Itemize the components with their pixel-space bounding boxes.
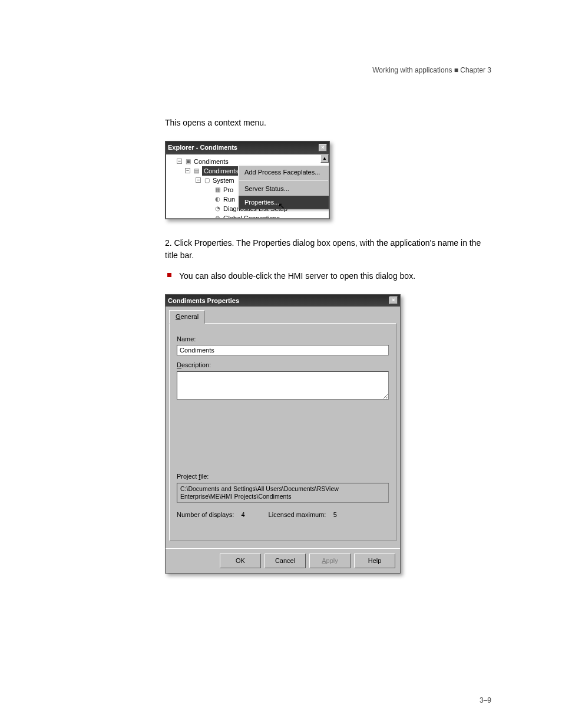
tab-general[interactable]: General xyxy=(169,310,205,324)
description-input[interactable] xyxy=(177,371,389,400)
settings-icon: ▦ xyxy=(213,186,222,193)
run-icon: ◐ xyxy=(213,196,222,203)
menu-item-properties[interactable]: Properties... xyxy=(239,196,329,209)
dialog-button-row: OK Cancel Apply Help xyxy=(166,548,400,573)
tab-label-rest: eneral xyxy=(181,313,199,320)
lead-in-text: This opens a context menu. xyxy=(165,117,491,129)
context-menu: Add Process Faceplates... Server Status.… xyxy=(238,165,329,210)
licensed-stat: Licensed maximum: 5 xyxy=(269,510,337,520)
licensed-value: 5 xyxy=(333,511,337,518)
name-input[interactable] xyxy=(177,345,389,355)
help-button[interactable]: Help xyxy=(354,554,395,568)
tab-strip: General xyxy=(169,310,396,324)
page-header: Working with applications ■ Chapter 3 xyxy=(71,65,491,75)
clock-icon: ◔ xyxy=(213,205,222,212)
description-label: Description: xyxy=(177,360,389,370)
expander-icon[interactable]: − xyxy=(177,159,182,164)
tree-item[interactable]: ◍ Global Connections xyxy=(170,213,329,219)
propdlg-title: Condiments Properties xyxy=(168,296,239,306)
server-icon: ▤ xyxy=(192,167,200,174)
menu-item-server-status[interactable]: Server Status... xyxy=(239,182,329,196)
header-right: Working with applications ■ Chapter 3 xyxy=(71,65,491,75)
ok-button[interactable]: OK xyxy=(220,554,261,568)
close-icon[interactable]: × xyxy=(319,144,327,151)
globe-icon: ◍ xyxy=(213,215,222,219)
explorer-window: Explorer - Condiments × ▲ − ▣ Condiments… xyxy=(165,141,330,219)
tree-item-label: Pro xyxy=(223,185,233,195)
note-text: You can also double-click the HMI server… xyxy=(179,271,415,281)
explorer-body: ▲ − ▣ Condiments − ▤ Condiments − ▢ Syst… xyxy=(166,154,329,219)
expander-icon[interactable]: − xyxy=(196,177,201,183)
step-2-text: 2. Click Properties. The Properties dial… xyxy=(165,237,491,262)
projfile-value: C:\Documents and Settings\All Users\Docu… xyxy=(177,483,389,503)
projfile-label: Project file: xyxy=(177,472,389,482)
propdlg-body: General Name: Description: Project file:… xyxy=(166,307,400,548)
tree-item-label: Global Connections xyxy=(223,213,280,219)
tree-system-label: System xyxy=(213,176,234,185)
explorer-title: Explorer - Condiments xyxy=(168,143,237,153)
tab-panel-general: Name: Description: Project file: C:\Docu… xyxy=(169,323,396,541)
close-icon[interactable]: × xyxy=(389,297,398,304)
square-bullet-icon xyxy=(167,273,171,277)
cancel-button[interactable]: Cancel xyxy=(265,554,306,568)
displays-value: 4 xyxy=(241,511,244,518)
note-bullet: You can also double-click the HMI server… xyxy=(179,270,491,282)
name-label: Name: xyxy=(177,334,389,344)
scroll-up-icon[interactable]: ▲ xyxy=(320,154,329,163)
propdlg-titlebar[interactable]: Condiments Properties × xyxy=(166,295,400,307)
properties-dialog: Condiments Properties × General Name: De… xyxy=(165,294,401,574)
expander-icon[interactable]: − xyxy=(185,168,190,173)
explorer-titlebar[interactable]: Explorer - Condiments × xyxy=(166,141,329,154)
tree-item-label: Run xyxy=(223,195,235,204)
licensed-label: Licensed maximum: xyxy=(269,511,326,518)
folder-icon: ▢ xyxy=(203,177,211,184)
tree-root-label: Condiments xyxy=(194,157,229,166)
menu-item-add-faceplates[interactable]: Add Process Faceplates... xyxy=(239,166,329,179)
displays-label: Number of displays: xyxy=(177,511,234,518)
tree-hmi-label: Condiments xyxy=(202,166,240,176)
apply-button[interactable]: Apply xyxy=(309,554,351,568)
menu-separator xyxy=(239,180,328,181)
displays-stat: Number of displays: 4 xyxy=(177,510,245,520)
app-icon: ▣ xyxy=(184,158,192,165)
